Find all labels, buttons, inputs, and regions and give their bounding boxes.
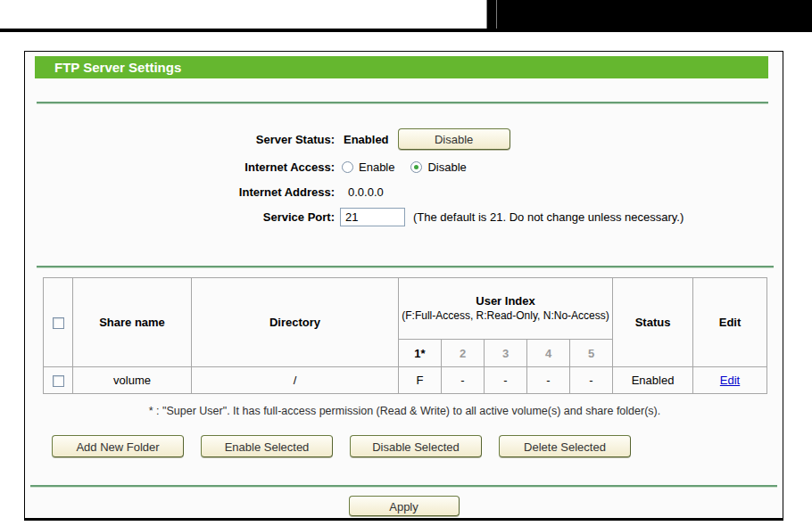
internet-access-options: Enable Disable (342, 160, 467, 174)
ftp-settings-form: Server Status: Enabled Disable Internet … (25, 128, 783, 227)
row-user-5: - (570, 367, 613, 394)
separator (37, 102, 768, 104)
service-port-note: (The default is 21. Do not change unless… (413, 210, 684, 224)
row-status: Enabled (613, 367, 693, 394)
server-status-row: Server Status: Enabled Disable (25, 128, 783, 150)
service-port-label: Service Port: (25, 210, 335, 224)
ftp-settings-panel: FTP Server Settings Server Status: Enabl… (24, 51, 783, 521)
row-user-2: - (442, 367, 485, 394)
col-user-index: User Index (F:Full-Access, R:Read-Only, … (399, 278, 613, 340)
user-col-4: 4 (527, 340, 570, 367)
row-directory: / (192, 367, 399, 394)
col-status: Status (613, 278, 693, 367)
enable-radio[interactable] (342, 161, 353, 173)
table-row: volume / F - - - - Enabled Edit (44, 367, 767, 394)
row-share-name: volume (73, 367, 192, 394)
radio-selected-dot (414, 165, 418, 169)
edit-link[interactable]: Edit (720, 374, 740, 387)
apply-button[interactable]: Apply (349, 496, 460, 516)
row-edit-cell: Edit (693, 367, 767, 394)
service-port-input[interactable] (340, 208, 405, 226)
row-user-4: - (527, 367, 570, 394)
disable-radio[interactable] (410, 161, 422, 173)
select-all-cell (44, 278, 73, 367)
top-banner-fragment (486, 0, 812, 29)
enable-radio-label: Enable (359, 160, 394, 174)
top-horizontal-rule (0, 29, 812, 32)
super-user-footnote: * : "Super User". It has full-access per… (43, 405, 766, 417)
separator (37, 266, 774, 268)
enable-selected-button[interactable]: Enable Selected (201, 435, 333, 457)
internet-address-label: Internet Address: (25, 185, 335, 199)
internet-address-value: 0.0.0.0 (348, 185, 384, 199)
share-folders-table: Share name Directory User Index (F:Full-… (43, 277, 767, 394)
user-index-title: User Index (402, 294, 609, 308)
user-col-3: 3 (485, 340, 527, 367)
server-status-value: Enabled (344, 133, 389, 146)
action-buttons-row: Add New Folder Enable Selected Disable S… (52, 435, 648, 457)
internet-address-row: Internet Address: 0.0.0.0 (25, 182, 783, 201)
user-col-2: 2 (442, 340, 485, 367)
select-all-checkbox[interactable] (53, 317, 64, 329)
col-directory: Directory (192, 278, 399, 367)
page-title: FTP Server Settings (35, 56, 768, 78)
internet-access-label: Internet Access: (25, 160, 335, 174)
delete-selected-button[interactable]: Delete Selected (499, 435, 631, 457)
col-edit: Edit (693, 278, 767, 367)
separator (30, 485, 777, 488)
internet-access-row: Internet Access: Enable Disable (25, 157, 783, 177)
banner-divider-line (496, 0, 497, 29)
apply-row: Apply (25, 496, 783, 516)
row-user-3: - (485, 367, 527, 394)
service-port-row: Service Port: (The default is 21. Do not… (25, 206, 783, 227)
user-col-5: 5 (570, 340, 613, 367)
col-share-name: Share name (73, 278, 192, 367)
user-index-subtitle: (F:Full-Access, R:Read-Only, N:No-Access… (402, 309, 609, 323)
disable-server-button[interactable]: Disable (398, 128, 510, 150)
server-status-label: Server Status: (25, 133, 335, 146)
user-col-1: 1* (399, 340, 442, 367)
disable-radio-label: Disable (427, 160, 466, 174)
disable-selected-button[interactable]: Disable Selected (350, 435, 482, 457)
row-select-cell (44, 367, 73, 394)
row-checkbox[interactable] (53, 375, 64, 387)
row-user-1: F (399, 367, 442, 394)
add-new-folder-button[interactable]: Add New Folder (52, 435, 184, 457)
